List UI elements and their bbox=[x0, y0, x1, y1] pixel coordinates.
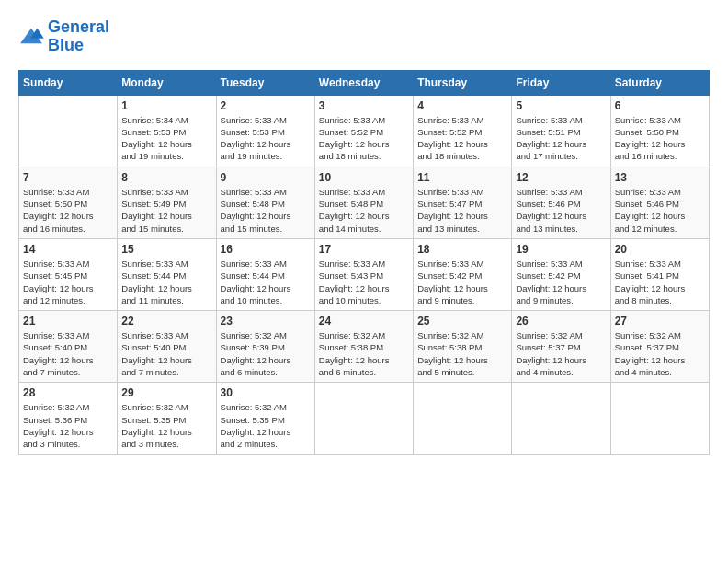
day-cell: 20Sunrise: 5:33 AMSunset: 5:41 PMDayligh… bbox=[610, 238, 709, 310]
day-number: 23 bbox=[221, 315, 311, 327]
day-info: Sunrise: 5:33 AMSunset: 5:40 PMDaylight:… bbox=[121, 329, 211, 378]
day-info: Sunrise: 5:32 AMSunset: 5:35 PMDaylight:… bbox=[121, 401, 211, 450]
day-cell: 8Sunrise: 5:33 AMSunset: 5:49 PMDaylight… bbox=[118, 167, 216, 238]
day-cell: 11Sunrise: 5:33 AMSunset: 5:47 PMDayligh… bbox=[414, 167, 512, 238]
day-cell: 3Sunrise: 5:33 AMSunset: 5:52 PMDaylight… bbox=[314, 95, 413, 167]
day-info: Sunrise: 5:32 AMSunset: 5:38 PMDaylight:… bbox=[319, 329, 409, 378]
day-info: Sunrise: 5:33 AMSunset: 5:52 PMDaylight:… bbox=[319, 114, 409, 163]
day-cell: 28Sunrise: 5:32 AMSunset: 5:36 PMDayligh… bbox=[19, 383, 118, 454]
day-info: Sunrise: 5:32 AMSunset: 5:35 PMDaylight:… bbox=[221, 401, 311, 450]
day-cell: 12Sunrise: 5:33 AMSunset: 5:46 PMDayligh… bbox=[512, 167, 610, 238]
day-info: Sunrise: 5:33 AMSunset: 5:42 PMDaylight:… bbox=[417, 258, 507, 306]
day-info: Sunrise: 5:32 AMSunset: 5:36 PMDaylight:… bbox=[23, 401, 113, 450]
day-info: Sunrise: 5:33 AMSunset: 5:49 PMDaylight:… bbox=[121, 186, 211, 235]
header-tuesday: Tuesday bbox=[216, 70, 314, 95]
day-number: 29 bbox=[121, 386, 211, 399]
day-number: 3 bbox=[319, 99, 409, 112]
day-number: 24 bbox=[319, 315, 409, 327]
day-info: Sunrise: 5:32 AMSunset: 5:37 PMDaylight:… bbox=[615, 329, 705, 378]
day-info: Sunrise: 5:33 AMSunset: 5:45 PMDaylight:… bbox=[23, 258, 113, 306]
header-wednesday: Wednesday bbox=[314, 70, 413, 95]
day-number: 1 bbox=[121, 99, 211, 112]
logo-icon bbox=[18, 27, 44, 47]
day-info: Sunrise: 5:33 AMSunset: 5:44 PMDaylight:… bbox=[121, 258, 211, 306]
logo-text-line2: Blue bbox=[48, 37, 109, 55]
day-number: 30 bbox=[221, 386, 311, 399]
header-monday: Monday bbox=[118, 70, 216, 95]
day-cell bbox=[512, 383, 610, 454]
day-number: 19 bbox=[516, 243, 606, 256]
day-number: 4 bbox=[417, 99, 507, 112]
day-cell: 25Sunrise: 5:32 AMSunset: 5:38 PMDayligh… bbox=[414, 311, 512, 383]
day-info: Sunrise: 5:33 AMSunset: 5:46 PMDaylight:… bbox=[516, 186, 606, 235]
day-number: 26 bbox=[516, 315, 606, 327]
day-cell: 14Sunrise: 5:33 AMSunset: 5:45 PMDayligh… bbox=[19, 238, 118, 310]
day-info: Sunrise: 5:34 AMSunset: 5:53 PMDaylight:… bbox=[121, 114, 211, 163]
day-cell: 9Sunrise: 5:33 AMSunset: 5:48 PMDaylight… bbox=[216, 167, 314, 238]
day-number: 9 bbox=[221, 171, 311, 184]
day-number: 28 bbox=[23, 386, 113, 399]
day-info: Sunrise: 5:33 AMSunset: 5:40 PMDaylight:… bbox=[23, 329, 113, 378]
day-info: Sunrise: 5:32 AMSunset: 5:39 PMDaylight:… bbox=[221, 329, 311, 378]
day-number: 8 bbox=[121, 171, 211, 184]
day-cell: 4Sunrise: 5:33 AMSunset: 5:52 PMDaylight… bbox=[414, 95, 512, 167]
day-cell: 22Sunrise: 5:33 AMSunset: 5:40 PMDayligh… bbox=[118, 311, 216, 383]
day-info: Sunrise: 5:32 AMSunset: 5:37 PMDaylight:… bbox=[516, 329, 606, 378]
day-number: 12 bbox=[516, 171, 606, 184]
day-number: 5 bbox=[516, 99, 606, 112]
day-info: Sunrise: 5:33 AMSunset: 5:52 PMDaylight:… bbox=[417, 114, 507, 163]
day-info: Sunrise: 5:33 AMSunset: 5:47 PMDaylight:… bbox=[417, 186, 507, 235]
page-header: General Blue bbox=[18, 18, 710, 55]
day-cell: 10Sunrise: 5:33 AMSunset: 5:48 PMDayligh… bbox=[314, 167, 413, 238]
day-cell: 15Sunrise: 5:33 AMSunset: 5:44 PMDayligh… bbox=[118, 238, 216, 310]
week-row-4: 21Sunrise: 5:33 AMSunset: 5:40 PMDayligh… bbox=[19, 311, 710, 383]
logo-text-line1: General bbox=[48, 18, 109, 37]
day-number: 2 bbox=[221, 99, 311, 112]
day-number: 17 bbox=[319, 243, 409, 256]
day-cell: 7Sunrise: 5:33 AMSunset: 5:50 PMDaylight… bbox=[19, 167, 118, 238]
day-cell bbox=[314, 383, 413, 454]
day-info: Sunrise: 5:33 AMSunset: 5:43 PMDaylight:… bbox=[319, 258, 409, 306]
day-info: Sunrise: 5:33 AMSunset: 5:48 PMDaylight:… bbox=[319, 186, 409, 235]
day-number: 21 bbox=[23, 315, 113, 327]
day-number: 10 bbox=[319, 171, 409, 184]
week-row-3: 14Sunrise: 5:33 AMSunset: 5:45 PMDayligh… bbox=[19, 238, 710, 310]
day-number: 13 bbox=[615, 171, 705, 184]
day-info: Sunrise: 5:33 AMSunset: 5:48 PMDaylight:… bbox=[221, 186, 311, 235]
calendar: SundayMondayTuesdayWednesdayThursdayFrid… bbox=[18, 70, 710, 455]
day-cell: 30Sunrise: 5:32 AMSunset: 5:35 PMDayligh… bbox=[216, 383, 314, 454]
day-cell: 24Sunrise: 5:32 AMSunset: 5:38 PMDayligh… bbox=[314, 311, 413, 383]
day-info: Sunrise: 5:33 AMSunset: 5:42 PMDaylight:… bbox=[516, 258, 606, 306]
logo: General Blue bbox=[18, 18, 109, 55]
header-sunday: Sunday bbox=[19, 70, 118, 95]
day-number: 18 bbox=[417, 243, 507, 256]
header-friday: Friday bbox=[512, 70, 610, 95]
day-cell: 29Sunrise: 5:32 AMSunset: 5:35 PMDayligh… bbox=[118, 383, 216, 454]
day-cell: 5Sunrise: 5:33 AMSunset: 5:51 PMDaylight… bbox=[512, 95, 610, 167]
header-saturday: Saturday bbox=[610, 70, 709, 95]
day-cell: 26Sunrise: 5:32 AMSunset: 5:37 PMDayligh… bbox=[512, 311, 610, 383]
day-cell: 21Sunrise: 5:33 AMSunset: 5:40 PMDayligh… bbox=[19, 311, 118, 383]
day-number: 25 bbox=[417, 315, 507, 327]
day-cell: 19Sunrise: 5:33 AMSunset: 5:42 PMDayligh… bbox=[512, 238, 610, 310]
day-info: Sunrise: 5:33 AMSunset: 5:51 PMDaylight:… bbox=[516, 114, 606, 163]
header-thursday: Thursday bbox=[414, 70, 512, 95]
day-cell bbox=[19, 95, 118, 167]
week-row-5: 28Sunrise: 5:32 AMSunset: 5:36 PMDayligh… bbox=[19, 383, 710, 454]
day-number: 27 bbox=[615, 315, 705, 327]
day-number: 11 bbox=[417, 171, 507, 184]
day-cell: 1Sunrise: 5:34 AMSunset: 5:53 PMDaylight… bbox=[118, 95, 216, 167]
day-number: 14 bbox=[23, 243, 113, 256]
day-info: Sunrise: 5:33 AMSunset: 5:46 PMDaylight:… bbox=[615, 186, 705, 235]
day-info: Sunrise: 5:33 AMSunset: 5:50 PMDaylight:… bbox=[615, 114, 705, 163]
day-cell bbox=[610, 383, 709, 454]
day-number: 15 bbox=[121, 243, 211, 256]
day-cell: 6Sunrise: 5:33 AMSunset: 5:50 PMDaylight… bbox=[610, 95, 709, 167]
day-info: Sunrise: 5:32 AMSunset: 5:38 PMDaylight:… bbox=[417, 329, 507, 378]
day-number: 6 bbox=[615, 99, 705, 112]
day-info: Sunrise: 5:33 AMSunset: 5:41 PMDaylight:… bbox=[615, 258, 705, 306]
day-cell: 27Sunrise: 5:32 AMSunset: 5:37 PMDayligh… bbox=[610, 311, 709, 383]
day-cell: 13Sunrise: 5:33 AMSunset: 5:46 PMDayligh… bbox=[610, 167, 709, 238]
day-info: Sunrise: 5:33 AMSunset: 5:50 PMDaylight:… bbox=[23, 186, 113, 235]
day-info: Sunrise: 5:33 AMSunset: 5:44 PMDaylight:… bbox=[221, 258, 311, 306]
